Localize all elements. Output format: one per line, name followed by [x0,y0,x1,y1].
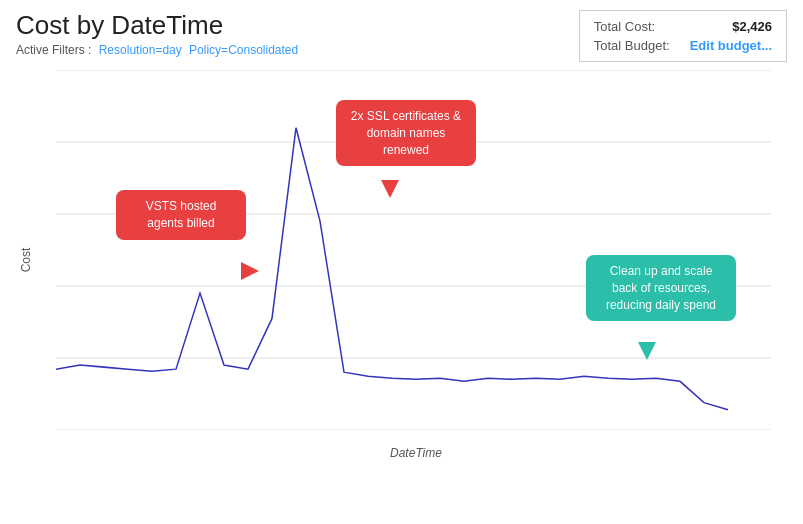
chart-area: Cost $500.0 $375.0 $250.0 $125.0 $62.5 $… [16,70,776,460]
cleanup-annotation-text: Clean up and scale back of resources, re… [606,264,716,312]
cleanup-arrow [638,342,656,360]
active-filters: Active Filters : Resolution=day Policy=C… [16,43,298,57]
total-cost-label: Total Cost: [594,19,655,34]
ssl-annotation: 2x SSL certificates & domain names renew… [336,100,476,166]
ssl-annotation-text: 2x SSL certificates & domain names renew… [351,109,461,157]
filter-policy[interactable]: Policy=Consolidated [189,43,298,57]
edit-budget-link[interactable]: Edit budget... [690,38,772,53]
page-header: Cost by DateTime Active Filters : Resolu… [16,10,787,62]
vsts-annotation: VSTS hosted agents billed [116,190,246,240]
y-axis-label: Cost [19,248,33,273]
total-budget-label: Total Budget: [594,38,670,53]
vsts-arrow [241,262,259,280]
vsts-annotation-text: VSTS hosted agents billed [146,199,217,230]
page-title: Cost by DateTime [16,10,298,41]
total-cost-value: $2,426 [732,19,772,34]
ssl-arrow [381,180,399,198]
filters-label: Active Filters : [16,43,91,57]
cleanup-annotation: Clean up and scale back of resources, re… [586,255,736,321]
filter-resolution[interactable]: Resolution=day [99,43,182,57]
x-axis-label: DateTime [56,446,776,460]
cost-summary-box: Total Cost: $2,426 Total Budget: Edit bu… [579,10,787,62]
